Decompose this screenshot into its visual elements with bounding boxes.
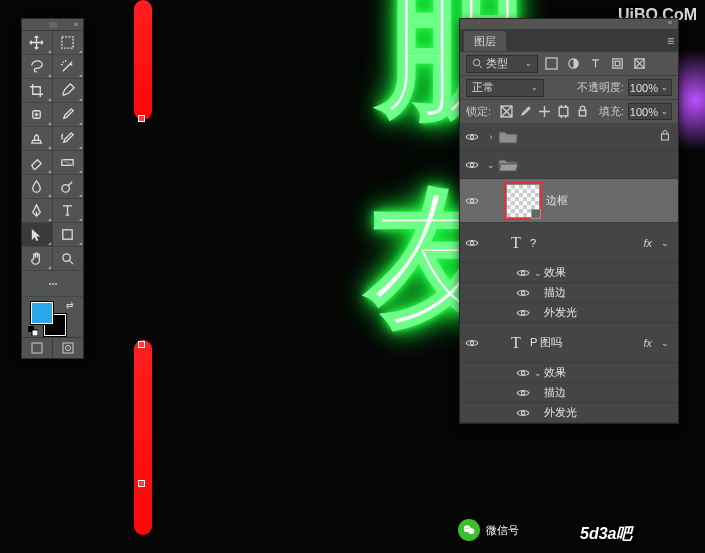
history-brush-tool[interactable]: [53, 127, 84, 151]
visibility-toggle[interactable]: [460, 196, 484, 206]
fx-item-row[interactable]: 外发光: [460, 303, 678, 323]
fx-header-row[interactable]: ⌄ 效果: [460, 363, 678, 383]
crop-tool[interactable]: [22, 79, 53, 103]
tools-panel[interactable]: » ⇄: [21, 18, 84, 359]
marquee-tool[interactable]: [53, 31, 84, 55]
fx-badge[interactable]: fx: [643, 237, 652, 249]
collapse-icon[interactable]: ⌄: [532, 368, 544, 378]
visibility-toggle[interactable]: [514, 308, 532, 318]
path-anchor[interactable]: [138, 341, 145, 348]
fill-input[interactable]: 100% ⌄: [628, 103, 672, 120]
visibility-toggle[interactable]: [460, 132, 484, 142]
visibility-toggle[interactable]: [514, 368, 532, 378]
swap-colors-icon[interactable]: ⇄: [66, 300, 74, 310]
filter-shape-icon[interactable]: [608, 55, 626, 73]
default-colors-icon[interactable]: [28, 326, 38, 338]
type-layer-icon: T: [506, 334, 526, 352]
tool-cycle-row[interactable]: [22, 271, 83, 297]
expand-icon[interactable]: ›: [484, 132, 498, 142]
fx-name[interactable]: 外发光: [544, 305, 577, 320]
layer-row-selected[interactable]: 边框: [460, 179, 678, 223]
layer-name[interactable]: P 图吗: [530, 335, 562, 350]
path-selection-tool[interactable]: [22, 223, 53, 247]
blur-tool[interactable]: [22, 175, 53, 199]
filter-smart-icon[interactable]: [630, 55, 648, 73]
gradient-tool[interactable]: [53, 151, 84, 175]
fx-item-row[interactable]: 外发光: [460, 403, 678, 423]
layer-name[interactable]: ?: [530, 237, 536, 249]
blend-mode-select[interactable]: 正常 ⌄: [466, 79, 544, 97]
lock-paint-icon[interactable]: [517, 103, 533, 121]
layer-row[interactable]: T P 图吗 fx ⌄: [460, 323, 678, 363]
brush-tool[interactable]: [53, 103, 84, 127]
healing-brush-tool[interactable]: [22, 103, 53, 127]
layer-row[interactable]: T ? fx ⌄: [460, 223, 678, 263]
collapse-icon[interactable]: »: [71, 20, 81, 30]
shape-bar-top[interactable]: [134, 0, 152, 120]
hand-tool[interactable]: [22, 247, 53, 271]
svg-point-9: [62, 185, 70, 193]
collapse-icon[interactable]: ⌄: [532, 268, 544, 278]
foreground-color-swatch[interactable]: [31, 302, 53, 324]
fx-name[interactable]: 描边: [544, 385, 566, 400]
panel-menu-icon[interactable]: ≡: [663, 31, 678, 51]
layer-list[interactable]: › ⌄ 边框 T ? fx ⌄ ⌄ 效果: [460, 123, 678, 423]
layer-group-row[interactable]: ⌄: [460, 151, 678, 179]
zoom-tool[interactable]: [53, 247, 84, 271]
visibility-toggle[interactable]: [514, 268, 532, 278]
shape-tool[interactable]: [53, 223, 84, 247]
layers-panel-header[interactable]: «: [460, 19, 678, 29]
lock-label: 锁定:: [466, 104, 491, 119]
wechat-icon: [458, 519, 480, 541]
eyedropper-tool[interactable]: [53, 79, 84, 103]
layers-panel[interactable]: « 图层 ≡ 类型 ⌄ 正常 ⌄ 不透明度: 100% ⌄ 锁定:: [459, 18, 679, 424]
collapse-icon[interactable]: ⌄: [484, 160, 498, 170]
layer-group-row[interactable]: ›: [460, 123, 678, 151]
visibility-toggle[interactable]: [460, 160, 484, 170]
svg-rect-10: [63, 230, 72, 239]
tab-layers[interactable]: 图层: [464, 31, 506, 51]
lock-all-icon[interactable]: [574, 103, 590, 121]
lock-position-icon[interactable]: [536, 103, 552, 121]
visibility-toggle[interactable]: [514, 288, 532, 298]
path-anchor[interactable]: [138, 480, 145, 487]
lock-pixels-icon[interactable]: [498, 103, 514, 121]
dodge-tool[interactable]: [53, 175, 84, 199]
layer-name[interactable]: 边框: [546, 193, 568, 208]
fx-badge[interactable]: fx: [643, 337, 652, 349]
move-tool[interactable]: [22, 31, 53, 55]
ellipsis-icon: [48, 279, 58, 289]
filter-type-icon[interactable]: [586, 55, 604, 73]
screen-mode-standard[interactable]: [22, 338, 53, 358]
screen-mode-quickmask[interactable]: [53, 338, 83, 358]
lock-artboard-icon[interactable]: [555, 103, 571, 121]
filter-pixel-icon[interactable]: [542, 55, 560, 73]
layer-thumbnail[interactable]: [506, 184, 540, 218]
fx-collapse-icon[interactable]: ⌄: [658, 238, 672, 248]
fx-header-row[interactable]: ⌄ 效果: [460, 263, 678, 283]
visibility-toggle[interactable]: [460, 238, 484, 248]
fx-collapse-icon[interactable]: ⌄: [658, 338, 672, 348]
visibility-toggle[interactable]: [460, 338, 484, 348]
fx-name[interactable]: 描边: [544, 285, 566, 300]
shape-bar-bottom[interactable]: [134, 340, 152, 535]
filter-adjust-icon[interactable]: [564, 55, 582, 73]
clone-stamp-tool[interactable]: [22, 127, 53, 151]
type-tool[interactable]: [53, 199, 84, 223]
path-anchor[interactable]: [138, 115, 145, 122]
visibility-toggle[interactable]: [514, 388, 532, 398]
opacity-input[interactable]: 100% ⌄: [628, 79, 672, 96]
magic-wand-tool[interactable]: [53, 55, 84, 79]
collapse-icon[interactable]: «: [665, 19, 675, 29]
lasso-tool[interactable]: [22, 55, 53, 79]
filter-kind-select[interactable]: 类型 ⌄: [466, 55, 538, 73]
svg-point-32: [470, 199, 473, 202]
fx-item-row[interactable]: 描边: [460, 283, 678, 303]
tools-panel-header[interactable]: »: [22, 19, 83, 31]
fx-item-row[interactable]: 描边: [460, 383, 678, 403]
pen-tool[interactable]: [22, 199, 53, 223]
eraser-tool[interactable]: [22, 151, 53, 175]
fx-name[interactable]: 外发光: [544, 405, 577, 420]
color-swatches[interactable]: ⇄: [22, 297, 83, 337]
visibility-toggle[interactable]: [514, 408, 532, 418]
